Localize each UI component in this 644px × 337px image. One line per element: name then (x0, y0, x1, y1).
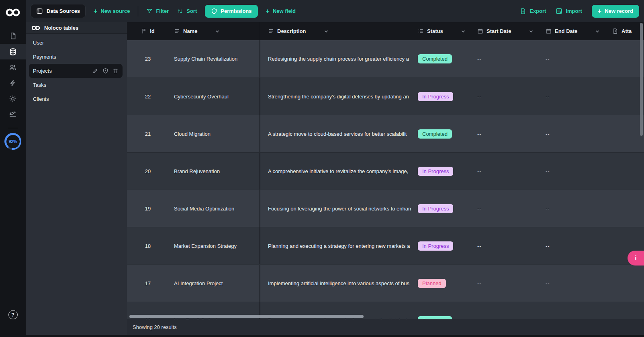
sidebar-item-tasks[interactable]: Tasks (26, 78, 127, 92)
chevron-down-icon[interactable] (529, 29, 534, 34)
sidebar-item-clients[interactable]: Clients (26, 92, 127, 106)
pages-icon[interactable] (0, 28, 26, 44)
table-row[interactable]: 19 Social Media Optimization Focusing on… (127, 190, 644, 227)
cell-start-date: -- (473, 40, 542, 78)
cell-id: 20 (127, 153, 169, 190)
sidebar-item-label: Tasks (33, 82, 46, 88)
cell-start-date: -- (473, 265, 542, 302)
sidebar-item-label: Payments (33, 54, 56, 60)
users-icon[interactable] (0, 59, 26, 75)
table-header: id Name Description Status Sta (127, 22, 644, 40)
app-window: 92% ? Data Sources + New source Filter S… (0, 0, 644, 337)
cell-id: 17 (127, 265, 169, 302)
top-toolbar: Data Sources + New source Filter Sort Pe… (26, 0, 644, 22)
chevron-down-icon[interactable] (324, 29, 329, 34)
frozen-columns: id Name (127, 22, 260, 40)
sidebar-item-projects[interactable]: Projects (29, 64, 123, 78)
data-sources-icon[interactable] (0, 44, 26, 59)
cell-name: Supply Chain Revitalization (169, 40, 260, 78)
cell-start-date: -- (473, 153, 542, 190)
cell-start-date: -- (473, 78, 542, 115)
new-source-button[interactable]: + New source (94, 8, 130, 14)
permissions-button[interactable]: Permissions (205, 5, 258, 18)
table-row[interactable]: 21 Cloud Migration A strategic move to c… (127, 115, 644, 152)
sidebar-item-payments[interactable]: Payments (26, 50, 127, 64)
cell-end-date: -- (542, 115, 607, 152)
toolbar-divider (138, 6, 138, 16)
cell-end-date: -- (542, 265, 607, 302)
chevron-down-icon[interactable] (461, 29, 466, 34)
sort-button[interactable]: Sort (177, 8, 197, 14)
shield-icon[interactable] (102, 68, 108, 74)
sidebar-item-label: User (33, 40, 44, 46)
table-row[interactable]: 17 AI Integration Project Implementing a… (127, 264, 644, 302)
filter-button[interactable]: Filter (146, 8, 169, 14)
cell-attachments (607, 265, 644, 302)
cell-name: Cloud Migration (169, 115, 260, 152)
column-header-id[interactable]: id (127, 22, 169, 40)
results-footer: Showing 20 results (127, 319, 644, 335)
cell-name: Social Media Optimization (169, 190, 260, 227)
publish-icon[interactable] (0, 106, 26, 122)
shield-icon (211, 8, 217, 14)
automations-icon[interactable] (0, 75, 26, 91)
text-icon (174, 28, 180, 34)
cell-status: In Progress (414, 190, 473, 227)
bottom-edge (26, 335, 644, 337)
new-record-button[interactable]: + New record (592, 5, 639, 18)
cell-end-date: -- (542, 227, 607, 264)
file-icon (612, 28, 618, 34)
status-badge: Completed (418, 54, 452, 63)
sidebar-item-label: Projects (33, 68, 52, 74)
table-row[interactable]: 18 Market Expansion Strategy Planning an… (127, 227, 644, 264)
column-header-start-date[interactable]: Start Date (473, 22, 542, 40)
trash-icon[interactable] (112, 68, 119, 74)
cell-id: 19 (127, 190, 169, 227)
noloco-mini-logo-icon (31, 25, 40, 31)
vertical-scrollbar[interactable] (640, 23, 643, 136)
flag-icon (141, 28, 147, 34)
cell-description: Strengthening the company's digital defe… (260, 78, 414, 115)
noloco-logo-icon (5, 6, 20, 19)
cell-status: In Progress (414, 78, 473, 115)
cell-name: Cybersecurity Overhaul (169, 78, 260, 115)
horizontal-scrollbar[interactable] (129, 315, 364, 318)
cell-attachments (607, 190, 644, 227)
list-icon (418, 28, 424, 34)
column-header-description[interactable]: Description (260, 22, 414, 40)
table-row[interactable]: 22 Cybersecurity Overhaul Strengthening … (127, 78, 644, 115)
cell-end-date: -- (542, 302, 607, 319)
edit-icon[interactable] (92, 68, 98, 74)
column-header-name[interactable]: Name (169, 22, 260, 40)
chevron-down-icon[interactable] (215, 29, 220, 34)
column-header-attachments[interactable]: Atta (607, 22, 644, 40)
cell-attachments (607, 115, 644, 152)
sidebar-title: Noloco tables (44, 25, 78, 31)
export-button[interactable]: Export (520, 8, 546, 14)
cell-description: Implementing artificial intelligence int… (260, 265, 414, 302)
sidebar-item-user[interactable]: User (26, 36, 127, 50)
cell-end-date: -- (542, 153, 607, 190)
sidebar-item-list: User Payments Projects Tasks Clients (26, 34, 127, 106)
data-sources-button[interactable]: Data Sources (31, 4, 86, 18)
status-badge: In Progress (418, 92, 453, 101)
table-row[interactable]: 20 Brand Rejuvenation A comprehensive in… (127, 152, 644, 190)
new-field-button[interactable]: + New field (266, 8, 296, 14)
column-header-end-date[interactable]: End Date (542, 22, 607, 40)
settings-icon[interactable] (0, 91, 26, 106)
import-button[interactable]: Import (556, 8, 582, 14)
cell-status: Completed (414, 40, 473, 78)
info-button[interactable]: i (628, 251, 644, 266)
help-button[interactable]: ? (0, 310, 26, 319)
status-badge: Completed (418, 316, 452, 320)
chevron-down-icon[interactable] (595, 29, 600, 34)
health-progress-ring[interactable]: 92% (4, 133, 21, 150)
column-header-status[interactable]: Status (414, 22, 473, 40)
data-sources-label: Data Sources (47, 8, 80, 14)
table-view: id Name Description Status Sta (127, 22, 644, 337)
plus-icon: + (598, 8, 601, 14)
filter-icon (146, 8, 153, 14)
sidebar-header: Noloco tables (26, 22, 127, 34)
table-row[interactable]: 23 Supply Chain Revitalization Redesigni… (127, 40, 644, 78)
cell-status: Completed (414, 115, 473, 152)
